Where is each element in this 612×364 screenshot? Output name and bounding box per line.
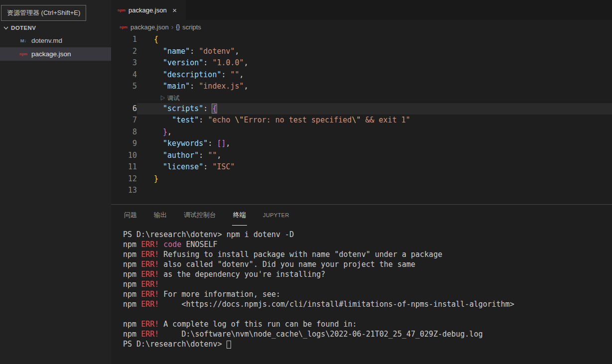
panel-tab-终端[interactable]: 终端 (232, 205, 247, 226)
line-number: 5 (111, 81, 137, 93)
tab-label: package.json (128, 6, 167, 14)
line-number: 3 (111, 57, 137, 69)
line-number: 13 (111, 185, 137, 197)
file-item-package.json[interactable]: npmpackage.json (0, 47, 111, 61)
close-icon[interactable]: × (170, 6, 180, 14)
line-number: 7 (111, 115, 137, 126)
editor-line-3[interactable]: 3 "version": "1.0.0", (111, 57, 612, 69)
terminal-line: npm ERR! Refusing to install package wit… (123, 249, 612, 259)
explorer-tooltip: 资源管理器 (Ctrl+Shift+E) (1, 5, 86, 21)
line-number: 2 (111, 46, 137, 58)
file-label: dotenv.md (31, 37, 62, 44)
code-editor[interactable]: 1{2 "name": "dotenv",3 "version": "1.0.0… (111, 34, 612, 204)
panel-tab-JUPYTER[interactable]: JUPYTER (262, 205, 290, 226)
line-number: 11 (111, 161, 137, 173)
object-symbol-icon: {} (176, 23, 180, 30)
vscode-window: 资源管理器 (Ctrl+Shift+E) DOTENV M↓dotenv.mdn… (0, 0, 612, 364)
editor-line-2[interactable]: 2 "name": "dotenv", (111, 46, 612, 58)
markdown-icon: M↓ (19, 37, 28, 45)
line-number: 9 (111, 138, 137, 150)
line-number: 12 (111, 173, 137, 185)
panel-tab-输出[interactable]: 输出 (153, 205, 168, 226)
editor-line-4[interactable]: 4 "description": "", (111, 69, 612, 81)
editor-line-7[interactable]: 7 "test": "echo \"Error: no test specifi… (111, 115, 612, 126)
line-number: 4 (111, 69, 137, 81)
terminal-line: npm ERR! A complete log of this run can … (123, 319, 612, 329)
panel-tab-调试控制台[interactable]: 调试控制台 (183, 205, 217, 226)
gutter (111, 93, 137, 103)
npm-icon: npm (117, 8, 126, 12)
line-number: 1 (111, 34, 137, 46)
breadcrumb: npm package.json › {} scripts (111, 20, 612, 34)
file-label: package.json (31, 50, 71, 58)
chevron-down-icon (2, 24, 10, 32)
line-number: 8 (111, 126, 137, 138)
line-number: 10 (111, 150, 137, 162)
bottom-panel: 问题输出调试控制台终端JUPYTER PS D:\research\dotenv… (111, 204, 612, 364)
editor-line-10[interactable]: 10 "author": "", (111, 150, 612, 162)
editor-line-8[interactable]: 8 }, (111, 126, 612, 138)
codelens-debug[interactable]: ▷ 调试 (160, 95, 179, 102)
terminal-line: npm ERR! code ENOSELF (123, 240, 612, 249)
terminal-line: npm ERR! D:\software\nvm\node_cache\_log… (123, 329, 612, 339)
npm-icon: npm (119, 25, 128, 29)
editor-line-9[interactable]: 9 "keywords": [], (111, 138, 612, 150)
file-tree: M↓dotenv.mdnpmpackage.json (0, 34, 111, 61)
terminal-line (123, 309, 612, 319)
terminal-line: npm ERR! also called "dotenv". Did you n… (123, 259, 612, 269)
line-number: 6 (111, 103, 137, 115)
editor-line-11[interactable]: 11 "license": "ISC" (111, 161, 612, 173)
editor-line-12[interactable]: 12} (111, 173, 612, 185)
tab-package-json[interactable]: npm package.json × (111, 0, 186, 20)
terminal-line: npm ERR! <https://docs.npmjs.com/cli/ins… (123, 299, 612, 309)
file-item-dotenv.md[interactable]: M↓dotenv.md (0, 34, 111, 47)
terminal-line: npm ERR! For more information, see: (123, 289, 612, 299)
section-label: DOTENV (11, 25, 36, 31)
terminal[interactable]: PS D:\research\dotenv> npm i dotenv -Dnp… (111, 226, 612, 349)
terminal-line: npm ERR! as the dependency you're instal… (123, 269, 612, 279)
editor-line-5[interactable]: 5 "main": "index.js", (111, 81, 612, 93)
panel-tab-bar: 问题输出调试控制台终端JUPYTER (111, 205, 612, 226)
breadcrumb-file[interactable]: package.json (130, 23, 169, 31)
codelens-row: ▷ 调试 (111, 93, 612, 103)
editor-line-6[interactable]: 6 "scripts": { (111, 103, 612, 115)
terminal-line: PS D:\research\dotenv> (123, 339, 612, 349)
editor-line-1[interactable]: 1{ (111, 34, 612, 46)
explorer-sidebar: 资源管理器 (Ctrl+Shift+E) DOTENV M↓dotenv.mdn… (0, 0, 111, 364)
panel-tab-问题[interactable]: 问题 (123, 205, 138, 226)
chevron-right-icon: › (171, 23, 174, 31)
npm-icon: npm (19, 50, 28, 58)
breadcrumb-symbol[interactable]: scripts (182, 23, 201, 31)
terminal-cursor (227, 341, 231, 349)
editor-line-13[interactable]: 13 (111, 185, 612, 197)
terminal-link[interactable]: <https://docs.npmjs.com/cli/install#limi… (181, 300, 514, 309)
terminal-line: PS D:\research\dotenv> npm i dotenv -D (123, 230, 612, 240)
terminal-line: npm ERR! (123, 279, 612, 289)
tab-bar: npm package.json × (111, 0, 612, 20)
explorer-section-dotenv[interactable]: DOTENV (0, 22, 111, 34)
editor-area: npm package.json × npm package.json › {}… (111, 0, 612, 364)
